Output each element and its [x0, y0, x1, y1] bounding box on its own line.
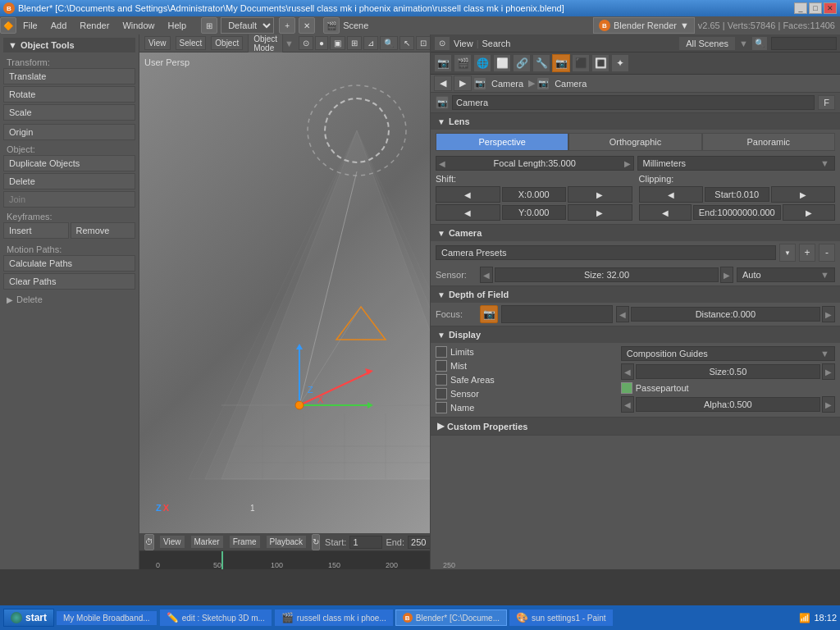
start-value-field[interactable]: Start: 0.010 — [705, 187, 769, 202]
mist-checkbox[interactable] — [436, 360, 447, 372]
custom-props-header[interactable]: ▶ Custom Properties — [431, 418, 840, 435]
viewport-icon-5[interactable]: ⊿ — [363, 36, 378, 50]
lens-section-header[interactable]: ▼ Lens — [431, 113, 840, 130]
timeline-icon[interactable]: ⏱ — [144, 534, 154, 550]
camera-name-input[interactable] — [452, 95, 815, 110]
orthographic-tab[interactable]: Orthographic — [568, 133, 701, 151]
delete-section-toggle[interactable]: ▶ Delete — [3, 293, 135, 306]
rp-render-icon[interactable]: 📷 — [434, 54, 452, 72]
rp-world-icon[interactable]: 🌐 — [473, 54, 491, 72]
menu-add[interactable]: Add — [44, 18, 74, 33]
viewport-canvas[interactable]: Z X User Persp — [139, 52, 430, 533]
size-value-field[interactable]: Size: 0.50 — [636, 364, 820, 379]
presets-remove-button[interactable]: - — [819, 244, 835, 262]
rp-object-icon[interactable]: ⬜ — [493, 54, 511, 72]
rp-data-icon[interactable]: 📷 — [552, 54, 570, 72]
sensor-checkbox[interactable] — [436, 388, 447, 399]
viewport-layout-selector[interactable]: Default — [221, 17, 274, 34]
end-value-field[interactable]: End: 10000000.000 — [693, 205, 781, 220]
start-button[interactable]: start — [3, 609, 54, 627]
timeline-frame-menu[interactable]: Frame — [229, 535, 261, 549]
start-frame-input[interactable] — [349, 536, 382, 549]
x-value-field[interactable]: X: 0.000 — [502, 187, 567, 202]
safe-areas-checkbox[interactable] — [436, 374, 447, 386]
viewport-icon-1[interactable]: ⊙ — [299, 36, 313, 50]
render-engine-selector[interactable]: B Blender Render ▼ — [593, 17, 695, 34]
limits-checkbox[interactable] — [436, 346, 447, 358]
blender-menu-icon[interactable]: 🔶 — [0, 17, 16, 34]
rp-material-icon[interactable]: ⬛ — [572, 54, 590, 72]
y-value-field[interactable]: Y: 0.000 — [502, 205, 567, 220]
passepartout-checkbox[interactable] — [621, 382, 632, 394]
viewport-icon-3[interactable]: ▣ — [330, 36, 345, 50]
minimize-button[interactable]: _ — [794, 2, 807, 14]
menu-file[interactable]: File — [16, 18, 44, 33]
scene-icon[interactable]: 🎬 — [323, 17, 340, 34]
taskbar-item-0[interactable]: My Mobile Broadband... — [56, 610, 158, 626]
viewport-icon-2[interactable]: ● — [315, 36, 328, 50]
rp-scene-icon[interactable]: 🎬 — [454, 54, 472, 72]
viewport-view-menu[interactable]: View — [144, 36, 171, 50]
focus-object-field[interactable] — [501, 305, 613, 323]
view-label[interactable]: View — [454, 39, 473, 48]
camera-presets-field[interactable]: Camera Presets — [436, 245, 776, 260]
timeline-view-menu[interactable]: View — [159, 535, 185, 549]
calculate-paths-button[interactable]: Calculate Paths — [3, 255, 135, 272]
clear-paths-button[interactable]: Clear Paths — [3, 273, 135, 290]
nav-back-button[interactable]: ◀ — [434, 75, 452, 91]
perspective-tab[interactable]: Perspective — [436, 133, 568, 151]
maximize-button[interactable]: □ — [809, 2, 822, 14]
viewport-select-menu[interactable]: Select — [176, 36, 207, 50]
presets-add-button[interactable]: + — [799, 244, 815, 262]
taskbar-item-3[interactable]: B Blender* [C:\Docume... — [395, 609, 507, 626]
rp-modifiers-icon[interactable]: 🔧 — [532, 54, 550, 72]
duplicate-objects-button[interactable]: Duplicate Objects — [3, 155, 135, 171]
composition-guides-dropdown[interactable]: Composition Guides ▼ — [621, 346, 835, 361]
alpha-value-field[interactable]: Alpha: 0.500 — [636, 397, 820, 412]
viewport-icon-8[interactable]: ⊡ — [416, 36, 430, 50]
rp-icon-view[interactable]: ⊙ — [434, 36, 450, 51]
all-scenes-selector[interactable]: All Scenes — [678, 36, 736, 51]
search-input-icon[interactable]: 🔍 — [751, 36, 768, 51]
taskbar-item-2[interactable]: 🎬 russell class mk i phoe... — [274, 609, 394, 627]
timeline-playback-menu[interactable]: Playback — [266, 535, 308, 549]
delete-button[interactable]: Delete — [3, 173, 135, 189]
search-label[interactable]: Search — [482, 39, 511, 48]
panoramic-tab[interactable]: Panoramic — [702, 133, 835, 151]
search-input[interactable] — [771, 37, 837, 50]
timeline-body[interactable]: 0 50 100 150 200 250 — [139, 551, 430, 569]
viewport-layout-icon[interactable]: ⊞ — [201, 17, 217, 34]
viewport-icon-4[interactable]: ⊞ — [347, 36, 362, 50]
name-checkbox[interactable] — [436, 402, 447, 413]
rp-texture-icon[interactable]: 🔳 — [591, 54, 609, 72]
origin-button[interactable]: Origin — [3, 124, 135, 140]
join-button[interactable]: Join — [3, 191, 135, 208]
focal-length-field[interactable]: ◀ Focal Length: 35.000 ▶ — [436, 156, 634, 171]
viewport-icon-6[interactable]: 🔍 — [380, 36, 398, 50]
sensor-unit-dropdown[interactable]: Auto ▼ — [737, 267, 835, 282]
menu-render[interactable]: Render — [73, 18, 116, 33]
f-button[interactable]: F — [818, 95, 835, 110]
taskbar-item-1[interactable]: ✏️ edit : Sketchup 3D m... — [159, 609, 272, 627]
menu-window[interactable]: Window — [116, 18, 161, 33]
rp-constraints-icon[interactable]: 🔗 — [513, 54, 531, 72]
insert-keyframe-button[interactable]: Insert — [3, 222, 69, 239]
object-mode-button[interactable]: Object Mode — [248, 34, 283, 55]
display-section-header[interactable]: ▼ Display — [431, 326, 840, 343]
viewport-icon-7[interactable]: ↖ — [399, 36, 414, 50]
distance-value-field[interactable]: Distance: 0.000 — [631, 307, 820, 322]
timeline-marker-menu[interactable]: Marker — [190, 535, 224, 549]
taskbar-item-4[interactable]: 🎨 sun settings1 - Paint — [509, 609, 614, 627]
sensor-value-field[interactable]: Size: 32.00 — [495, 267, 719, 282]
viewport-object-menu[interactable]: Object — [211, 36, 243, 50]
focal-length-unit-field[interactable]: Millimeters ▼ — [637, 156, 836, 171]
rp-particles-icon[interactable]: ✦ — [611, 54, 629, 72]
menu-help[interactable]: Help — [162, 18, 194, 33]
remove-viewport-icon[interactable]: ✕ — [299, 17, 315, 34]
rotate-button[interactable]: Rotate — [3, 86, 135, 103]
close-button[interactable]: ✕ — [824, 2, 837, 14]
add-viewport-icon[interactable]: + — [279, 17, 295, 34]
translate-button[interactable]: Translate — [3, 68, 135, 84]
nav-forward-button[interactable]: ▶ — [454, 75, 472, 91]
timeline-sync-icon[interactable]: ↻ — [312, 534, 320, 550]
